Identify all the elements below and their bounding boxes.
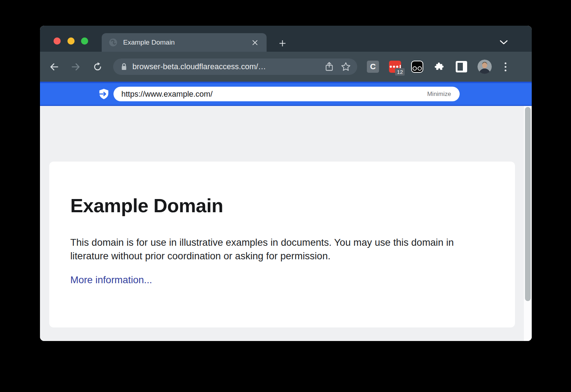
back-icon[interactable] bbox=[48, 61, 60, 73]
isolation-bar: https://www.example.com/ Minimize bbox=[40, 82, 532, 106]
omnibox-url-text[interactable]: browser-beta.cloudflareaccess.com/… bbox=[132, 62, 266, 71]
traffic-minimize-button[interactable] bbox=[67, 37, 75, 45]
extension-c-label: C bbox=[370, 62, 376, 71]
page-paragraph: This domain is for use in illustrative e… bbox=[70, 236, 481, 263]
side-panel-icon[interactable] bbox=[455, 61, 468, 73]
browser-toolbar: browser-beta.cloudflareaccess.com/… C bbox=[40, 52, 532, 82]
tab-title: Example Domain bbox=[123, 39, 175, 46]
side-panel-glyph bbox=[456, 61, 467, 72]
traffic-zoom-button[interactable] bbox=[81, 37, 88, 45]
isolation-shield-icon[interactable] bbox=[98, 88, 110, 100]
window-chevron-down-icon[interactable] bbox=[500, 40, 508, 45]
new-tab-button[interactable] bbox=[276, 37, 288, 49]
page-title: Example Domain bbox=[70, 194, 515, 217]
isolation-url-text[interactable]: https://www.example.com/ bbox=[121, 90, 213, 99]
browser-menu-icon[interactable] bbox=[502, 62, 509, 71]
bookmark-star-icon[interactable] bbox=[341, 62, 351, 72]
omnibox-address-bar[interactable]: browser-beta.cloudflareaccess.com/… bbox=[113, 58, 357, 75]
reload-icon[interactable] bbox=[91, 61, 103, 73]
page-viewport: Example Domain This domain is for use in… bbox=[40, 106, 532, 341]
tab-favicon-globe-icon bbox=[109, 38, 117, 47]
profile-avatar[interactable] bbox=[477, 60, 492, 74]
forward-icon[interactable] bbox=[70, 61, 82, 73]
extension-goggles-icon[interactable] bbox=[411, 61, 423, 73]
traffic-close-button[interactable] bbox=[54, 37, 61, 45]
goggle-circle-left bbox=[413, 66, 417, 71]
tab-close-icon[interactable] bbox=[250, 38, 259, 47]
scrollbar-track[interactable] bbox=[524, 106, 532, 341]
extension-password-dots-icon[interactable]: 12 bbox=[389, 61, 401, 73]
scrollbar-thumb[interactable] bbox=[525, 107, 531, 301]
extensions-puzzle-icon[interactable] bbox=[433, 61, 445, 73]
extension-c-icon[interactable]: C bbox=[367, 61, 379, 73]
extensions-area: C 12 bbox=[367, 60, 509, 74]
minimize-button[interactable]: Minimize bbox=[427, 91, 451, 98]
content-card: Example Domain This domain is for use in… bbox=[49, 162, 515, 327]
share-icon[interactable] bbox=[325, 62, 334, 72]
isolation-url-bar[interactable]: https://www.example.com/ Minimize bbox=[113, 87, 460, 101]
goggle-circle-right bbox=[418, 66, 422, 71]
tab-strip: Example Domain bbox=[40, 26, 532, 52]
more-information-link[interactable]: More information... bbox=[70, 274, 152, 286]
tab-example-domain[interactable]: Example Domain bbox=[102, 33, 267, 52]
extension-badge-count: 12 bbox=[395, 68, 405, 76]
browser-window: Example Domain bbox=[40, 26, 532, 341]
lock-icon[interactable] bbox=[120, 62, 128, 71]
